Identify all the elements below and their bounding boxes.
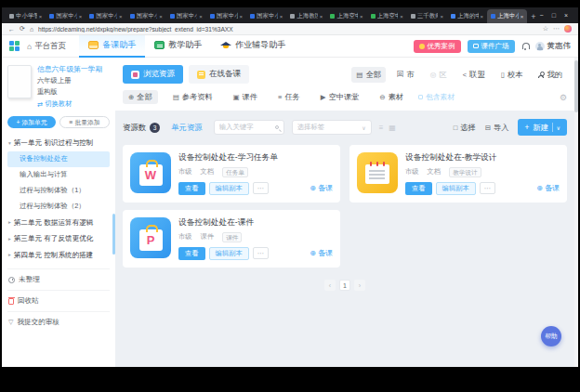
user-menu[interactable]: 黄惠伟 bbox=[535, 41, 572, 52]
scope-city[interactable]: 回市 bbox=[392, 67, 419, 83]
scope-alliance[interactable]: <联盟 bbox=[458, 67, 490, 83]
browser-tab[interactable]: 国家中小…× bbox=[126, 9, 166, 23]
unit-resources-tab[interactable]: 单元资源 bbox=[171, 123, 203, 133]
prepare-lesson-link[interactable]: ⊕备课 bbox=[310, 248, 333, 258]
tab-close-icon[interactable]: × bbox=[360, 14, 363, 20]
filter-air-classroom[interactable]: ▶空中课堂 bbox=[315, 90, 365, 104]
tab-lesson-prep-assistant[interactable]: 备课助手 bbox=[79, 35, 145, 58]
tree-leaf-selected[interactable]: 设备控制处处在 bbox=[7, 151, 110, 167]
view-button[interactable]: 查看 bbox=[405, 182, 432, 195]
scope-school[interactable]: ▯校本 bbox=[496, 67, 528, 83]
scrollbar-thumb[interactable] bbox=[574, 60, 578, 112]
tree-leaf[interactable]: 输入输出与计算 bbox=[7, 167, 110, 183]
mode-online-prep[interactable]: 在线备课 bbox=[189, 65, 249, 84]
textbook-cover[interactable] bbox=[7, 65, 32, 98]
tab-homework-tutor-assistant[interactable]: 作业辅导助手 bbox=[211, 35, 295, 58]
browser-tab[interactable]: 上海空中…× bbox=[326, 9, 366, 23]
scope-all[interactable]: ▤全部 bbox=[351, 67, 386, 83]
prepare-lesson-link[interactable]: ⊕备课 bbox=[310, 183, 333, 193]
browser-profile-avatar[interactable] bbox=[564, 25, 572, 33]
list-view-icon[interactable]: ≡ bbox=[379, 124, 384, 132]
tag-select[interactable]: 选择标签∨ bbox=[292, 120, 372, 135]
scope-mine[interactable]: 我的 bbox=[534, 67, 567, 83]
courseware-plaza-button[interactable]: 课件广场 bbox=[468, 40, 515, 53]
page-number[interactable]: 1 bbox=[339, 280, 350, 291]
filter-all[interactable]: ⊕全部 bbox=[123, 90, 158, 104]
browser-tab[interactable]: 国家中小…× bbox=[86, 9, 125, 23]
tree-unit-4[interactable]: ▸第四单元 控制系统的搭建 bbox=[7, 247, 110, 263]
more-button[interactable]: ⋯ bbox=[253, 182, 269, 194]
tab-close-icon[interactable]: × bbox=[159, 14, 163, 20]
sidebar-item-my-submissions[interactable]: ▽我提交的审核 bbox=[7, 311, 110, 333]
view-button[interactable]: 查看 bbox=[178, 247, 205, 260]
include-materials-checkbox[interactable]: 包含素材 bbox=[418, 92, 455, 102]
maximize-button[interactable]: □ bbox=[552, 12, 556, 19]
tab-close-icon[interactable]: × bbox=[119, 14, 123, 20]
resource-card[interactable]: W 设备控制处处在-学习任务单 市级 文档 任务单 查看 编辑副本 bbox=[123, 145, 340, 203]
filter-courseware[interactable]: ▣课件 bbox=[228, 90, 263, 104]
edit-copy-button[interactable]: 编辑副本 bbox=[436, 182, 476, 195]
close-button[interactable]: × bbox=[564, 12, 568, 19]
tab-close-icon[interactable]: × bbox=[39, 14, 43, 20]
tab-close-icon[interactable]: × bbox=[440, 14, 443, 20]
edit-copy-button[interactable]: 编辑副本 bbox=[209, 247, 249, 260]
tab-close-icon[interactable]: × bbox=[280, 14, 283, 20]
excellent-cases-button[interactable]: 优秀案例 bbox=[414, 40, 461, 53]
browser-tab[interactable]: 国家中小…× bbox=[206, 9, 246, 23]
notification-bell-icon[interactable] bbox=[521, 43, 529, 50]
gear-icon[interactable]: ⚙ bbox=[560, 93, 567, 102]
browser-tab[interactable]: 上海的中…× bbox=[447, 9, 487, 23]
url-text[interactable]: https://dcleaming.net/dxpkg/new/prepare?… bbox=[38, 26, 538, 33]
tree-leaf[interactable]: 过程与控制体验（2） bbox=[7, 199, 110, 215]
new-tab-button[interactable]: + bbox=[531, 12, 535, 21]
tab-close-icon[interactable]: × bbox=[79, 14, 83, 20]
platform-home-link[interactable]: ⌂平台首页 bbox=[27, 41, 66, 52]
grid-view-icon[interactable]: ▦ bbox=[389, 124, 396, 132]
add-unit-button[interactable]: +添加单元 bbox=[7, 116, 56, 128]
mode-browse-resources[interactable]: 浏览资源 bbox=[123, 65, 183, 84]
more-button[interactable]: ⋯ bbox=[253, 247, 269, 259]
browser-tab-active[interactable]: 上海中小…× bbox=[487, 9, 527, 23]
import-button[interactable]: ⊟导入 bbox=[485, 123, 509, 133]
home-icon[interactable]: ⌂ bbox=[30, 26, 33, 33]
browser-tab[interactable]: 国家中小…× bbox=[46, 9, 86, 23]
reload-icon[interactable]: ⟳ bbox=[20, 25, 25, 33]
tab-close-icon[interactable]: × bbox=[199, 14, 203, 20]
sidebar-item-recycle-bin[interactable]: 回收站 bbox=[7, 290, 110, 311]
resource-card[interactable]: 设备控制处处在-教学设计 市级 文档 教学设计 查看 编辑副本 ⋯ ⊕备课 bbox=[349, 145, 567, 203]
create-button[interactable]: +新建∨ bbox=[518, 119, 567, 136]
more-button[interactable]: ⋯ bbox=[480, 182, 495, 194]
search-input[interactable]: 输入关键字 bbox=[214, 120, 284, 135]
browser-tab[interactable]: 国家中小…× bbox=[166, 9, 206, 23]
tree-unit-1[interactable]: ▾第一单元 初识过程与控制 bbox=[7, 135, 110, 150]
tree-unit-2[interactable]: ▸第二单元 数据运算有逻辑 bbox=[7, 215, 110, 230]
next-page-button[interactable]: › bbox=[354, 280, 365, 291]
back-icon[interactable]: ← bbox=[8, 26, 15, 33]
view-button[interactable]: 查看 bbox=[178, 182, 205, 195]
bookmark-star-icon[interactable]: ☆ bbox=[543, 25, 548, 33]
browser-tab[interactable]: 国家中小…× bbox=[246, 9, 286, 23]
app-logo-icon[interactable] bbox=[9, 41, 20, 51]
browser-tab[interactable]: 中小学智× bbox=[6, 9, 46, 23]
window-scrollbar[interactable] bbox=[574, 58, 578, 367]
tree-leaf[interactable]: 过程与控制体验（1） bbox=[7, 183, 110, 199]
sidebar-item-unsorted[interactable]: 未整理 bbox=[7, 268, 110, 290]
browser-tab[interactable]: 三千教师× bbox=[407, 9, 447, 23]
prev-page-button[interactable]: ‹ bbox=[324, 280, 336, 291]
tab-close-icon[interactable]: × bbox=[400, 14, 403, 20]
browser-tab[interactable]: 上海教区× bbox=[286, 9, 326, 23]
switch-textbook-link[interactable]: ⇄切换教材 bbox=[37, 99, 110, 109]
filter-reference[interactable]: ▤参考资料 bbox=[167, 90, 218, 104]
tab-close-icon[interactable]: × bbox=[320, 14, 323, 20]
filter-tasks[interactable]: ≡任务 bbox=[272, 90, 306, 104]
prepare-lesson-link[interactable]: ⊕备课 bbox=[536, 183, 560, 193]
minimize-button[interactable]: − bbox=[540, 12, 544, 19]
tree-unit-3[interactable]: ▸第三单元 有了反馈更优化 bbox=[7, 230, 110, 246]
tab-close-icon[interactable]: × bbox=[240, 14, 244, 20]
edit-copy-button[interactable]: 编辑副本 bbox=[209, 182, 249, 195]
select-button[interactable]: □选择 bbox=[454, 123, 476, 133]
browser-tab[interactable]: 上海空中…× bbox=[367, 9, 407, 23]
batch-add-button[interactable]: ≡批量添加 bbox=[59, 116, 110, 128]
help-button[interactable]: 帮助 bbox=[541, 326, 561, 346]
tab-close-icon[interactable]: × bbox=[481, 14, 484, 20]
